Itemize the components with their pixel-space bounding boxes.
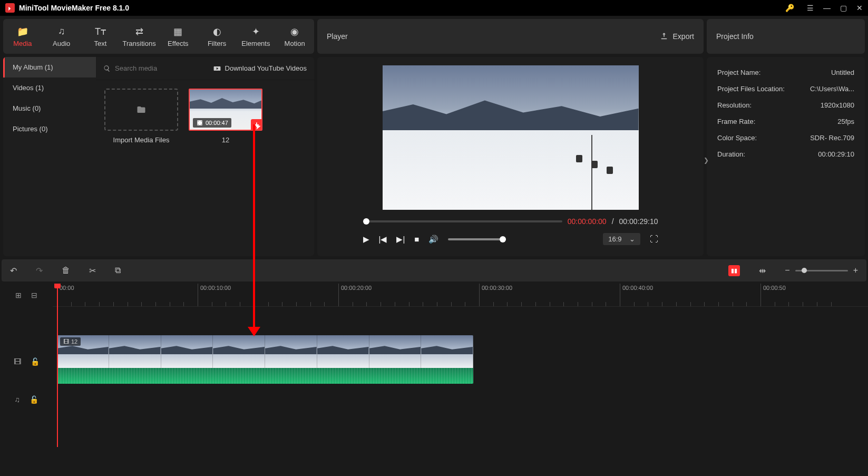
elements-icon: ✦ bbox=[252, 26, 260, 37]
lock-track-button[interactable]: 🔓 bbox=[31, 357, 40, 366]
play-button[interactable]: ▶ bbox=[363, 235, 369, 244]
tab-effects[interactable]: ▦Effects bbox=[159, 19, 198, 54]
volume-slider[interactable] bbox=[448, 238, 506, 240]
lock-audio-button[interactable]: 🔓 bbox=[30, 395, 38, 404]
music-note-icon: ♫ bbox=[58, 26, 65, 37]
player-header: Player Export bbox=[317, 19, 704, 54]
tab-elements[interactable]: ✦Elements bbox=[237, 19, 276, 54]
aspect-ratio-select[interactable]: 16:9⌄ bbox=[603, 233, 640, 245]
media-clip-thumbnail[interactable]: 00:00:47 + bbox=[189, 89, 262, 131]
export-icon bbox=[659, 32, 669, 41]
close-button[interactable]: ✕ bbox=[856, 4, 863, 12]
marker-button[interactable]: ▮▮ bbox=[728, 265, 740, 276]
add-track-button[interactable]: ⊞ bbox=[15, 291, 22, 299]
import-label: Import Media Files bbox=[113, 136, 170, 144]
app-logo: ⏵ bbox=[5, 3, 15, 13]
tab-transitions[interactable]: ⇄Transitions bbox=[120, 19, 159, 54]
download-youtube-button[interactable]: Download YouTube Videos bbox=[213, 64, 307, 72]
tracks-area[interactable]: 00:00 00:00:10:00 00:00:20:00 00:00:30:0… bbox=[53, 284, 868, 447]
clip-name: 12 bbox=[222, 136, 229, 144]
fullscreen-button[interactable]: ⛶ bbox=[650, 235, 658, 244]
zoom-slider[interactable] bbox=[795, 270, 848, 271]
total-timecode: 00:00:29:10 bbox=[619, 217, 658, 226]
media-panel: My Album (1) Videos (1) Music (0) Pictur… bbox=[3, 57, 314, 256]
search-icon bbox=[103, 65, 111, 72]
zoom-in-button[interactable]: + bbox=[853, 266, 858, 275]
folder-plus-icon bbox=[136, 105, 146, 114]
player-label: Player bbox=[327, 32, 348, 41]
stop-button[interactable]: ■ bbox=[414, 235, 419, 244]
timeline-clip-label: 🎞 12 bbox=[60, 337, 81, 346]
timeline: ⊞ ⊟ 🎞 🔓 ♫ 🔓 00:00 00:00:10:00 00:00:20:0… bbox=[0, 284, 868, 447]
current-timecode: 00:00:00:00 bbox=[568, 217, 607, 226]
key-icon[interactable]: 🔑 bbox=[785, 4, 794, 12]
tab-audio[interactable]: ♫Audio bbox=[42, 19, 81, 54]
effects-icon: ▦ bbox=[173, 26, 182, 37]
tab-filters[interactable]: ◐Filters bbox=[198, 19, 237, 54]
search-media[interactable] bbox=[103, 64, 208, 72]
timeline-clip[interactable]: 🎞 12 bbox=[57, 335, 473, 384]
video-track[interactable]: 🎞 12 bbox=[53, 335, 868, 388]
transition-icon: ⇄ bbox=[135, 26, 143, 37]
search-input[interactable] bbox=[115, 64, 189, 72]
sidebar-pictures[interactable]: Pictures (0) bbox=[3, 119, 96, 139]
next-frame-button[interactable]: ▶| bbox=[396, 235, 405, 244]
track-controls: ⊞ ⊟ 🎞 🔓 ♫ 🔓 bbox=[0, 284, 53, 447]
seek-bar[interactable] bbox=[363, 220, 562, 222]
audio-waveform bbox=[57, 368, 473, 384]
time-ruler[interactable]: 00:00 00:00:10:00 00:00:20:00 00:00:30:0… bbox=[53, 284, 868, 307]
project-info-panel: ❯ Project Name:Untitled Project Files Lo… bbox=[707, 57, 865, 256]
motion-icon: ◉ bbox=[290, 26, 299, 37]
minimize-button[interactable]: — bbox=[823, 4, 831, 12]
text-icon: Tᴛ bbox=[95, 26, 106, 37]
remove-track-button[interactable]: ⊟ bbox=[31, 291, 37, 299]
import-media-tile[interactable] bbox=[104, 89, 178, 131]
project-info-header: Project Info bbox=[707, 19, 865, 54]
redo-button[interactable]: ↷ bbox=[36, 266, 43, 276]
video-track-icon: 🎞 bbox=[14, 357, 21, 366]
timeline-toolbar: ↶ ↷ 🗑 ✂ ⧉ ▮▮ ⇹ − + bbox=[2, 259, 866, 281]
tab-media[interactable]: 📁Media bbox=[3, 19, 42, 54]
media-sidebar: My Album (1) Videos (1) Music (0) Pictur… bbox=[3, 57, 96, 256]
app-title: MiniTool MovieMaker Free 8.1.0 bbox=[19, 4, 785, 12]
audio-track-icon: ♫ bbox=[14, 395, 20, 404]
video-preview[interactable] bbox=[383, 65, 639, 210]
split-button[interactable]: ✂ bbox=[89, 266, 96, 276]
film-icon bbox=[196, 119, 203, 127]
sidebar-my-album[interactable]: My Album (1) bbox=[3, 57, 96, 77]
export-button[interactable]: Export bbox=[659, 32, 694, 41]
sidebar-videos[interactable]: Videos (1) bbox=[3, 77, 96, 98]
player-panel: 00:00:00:00 / 00:00:29:10 ▶ |◀ ▶| ■ 🔊 16… bbox=[317, 57, 704, 256]
main-toolbar: 📁Media ♫Audio TᴛText ⇄Transitions ▦Effec… bbox=[3, 19, 314, 54]
crop-button[interactable]: ⧉ bbox=[115, 266, 121, 275]
folder-icon: 📁 bbox=[17, 26, 28, 37]
sidebar-music[interactable]: Music (0) bbox=[3, 98, 96, 119]
maximize-button[interactable]: ▢ bbox=[840, 4, 847, 12]
annotation-arrow bbox=[253, 124, 255, 335]
prev-frame-button[interactable]: |◀ bbox=[379, 235, 387, 244]
snap-button[interactable]: ⇹ bbox=[759, 266, 766, 276]
undo-button[interactable]: ↶ bbox=[10, 266, 17, 276]
hamburger-icon[interactable]: ☰ bbox=[807, 4, 814, 12]
zoom-out-button[interactable]: − bbox=[785, 266, 789, 275]
delete-button[interactable]: 🗑 bbox=[62, 266, 70, 275]
filters-icon: ◐ bbox=[213, 26, 221, 37]
collapse-chevron-icon[interactable]: ❯ bbox=[704, 157, 709, 164]
clip-duration-badge: 00:00:47 bbox=[193, 118, 231, 128]
title-bar: ⏵ MiniTool MovieMaker Free 8.1.0 🔑 ☰ — ▢… bbox=[0, 0, 868, 16]
volume-icon[interactable]: 🔊 bbox=[428, 235, 438, 244]
tab-motion[interactable]: ◉Motion bbox=[275, 19, 314, 54]
chevron-down-icon: ⌄ bbox=[629, 235, 635, 243]
youtube-icon bbox=[213, 65, 221, 72]
tab-text[interactable]: TᴛText bbox=[81, 19, 120, 54]
playhead[interactable] bbox=[57, 284, 58, 447]
audio-track[interactable] bbox=[53, 388, 868, 414]
